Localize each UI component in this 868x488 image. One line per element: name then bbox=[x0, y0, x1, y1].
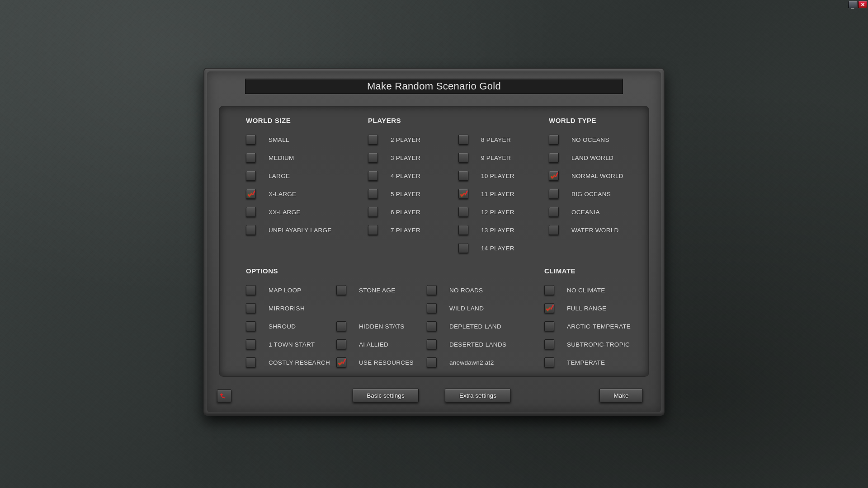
basic-settings-button[interactable]: Basic settings bbox=[353, 389, 419, 402]
checkbox[interactable] bbox=[549, 153, 559, 163]
back-button[interactable] bbox=[217, 389, 231, 402]
players-option[interactable]: 5 PLAYER bbox=[368, 185, 458, 203]
climate-option[interactable]: NO CLIMATE bbox=[544, 281, 644, 299]
players-option[interactable]: 7 PLAYER bbox=[368, 221, 458, 239]
players-option[interactable]: 13 PLAYER bbox=[458, 221, 549, 239]
players-option[interactable]: 10 PLAYER bbox=[458, 167, 549, 185]
options-option[interactable]: SHROUD bbox=[246, 317, 336, 335]
checkbox[interactable] bbox=[368, 225, 378, 235]
checkbox[interactable] bbox=[458, 135, 468, 145]
checkbox[interactable] bbox=[549, 189, 559, 199]
checkbox[interactable] bbox=[427, 285, 437, 295]
checkbox[interactable] bbox=[368, 189, 378, 199]
checkbox[interactable] bbox=[458, 207, 468, 217]
world-type-option[interactable]: OCEANIA bbox=[549, 203, 657, 221]
players-option[interactable]: 14 PLAYER bbox=[458, 239, 549, 257]
checkbox[interactable] bbox=[246, 225, 256, 235]
players-option[interactable]: 3 PLAYER bbox=[368, 149, 458, 167]
checkbox[interactable] bbox=[427, 339, 437, 349]
world-size-option[interactable]: X-LARGE bbox=[246, 185, 368, 203]
checkbox[interactable] bbox=[336, 357, 346, 367]
checkbox[interactable] bbox=[368, 207, 378, 217]
close-button[interactable]: ✕ bbox=[858, 1, 867, 8]
basic-settings-label: Basic settings bbox=[367, 392, 404, 399]
options-option[interactable]: COSTLY RESEARCH bbox=[246, 353, 336, 371]
checkbox[interactable] bbox=[368, 153, 378, 163]
checkbox[interactable] bbox=[427, 357, 437, 367]
checkbox[interactable] bbox=[246, 171, 256, 181]
climate-option[interactable]: ARCTIC-TEMPERATE bbox=[544, 317, 644, 335]
options-option[interactable]: 1 TOWN START bbox=[246, 335, 336, 353]
climate-option[interactable]: SUBTROPIC-TROPIC bbox=[544, 335, 644, 353]
checkbox[interactable] bbox=[458, 171, 468, 181]
checkbox[interactable] bbox=[336, 285, 346, 295]
checkbox[interactable] bbox=[458, 153, 468, 163]
option-label: NO ROADS bbox=[449, 287, 483, 294]
option-label: 6 PLAYER bbox=[391, 209, 420, 216]
players-option[interactable]: 2 PLAYER bbox=[368, 131, 458, 149]
world-size-option[interactable]: XX-LARGE bbox=[246, 203, 368, 221]
world-type-option[interactable]: WATER WORLD bbox=[549, 221, 657, 239]
checkbox[interactable] bbox=[246, 321, 256, 331]
option-label: DEPLETED LAND bbox=[449, 323, 501, 330]
checkbox[interactable] bbox=[544, 339, 554, 349]
checkbox[interactable] bbox=[246, 207, 256, 217]
checkbox[interactable] bbox=[544, 321, 554, 331]
checkbox[interactable] bbox=[246, 303, 256, 313]
world-type-option[interactable]: BIG OCEANS bbox=[549, 185, 657, 203]
checkbox[interactable] bbox=[246, 339, 256, 349]
checkbox[interactable] bbox=[458, 189, 468, 199]
checkbox[interactable] bbox=[246, 285, 256, 295]
climate-option[interactable]: FULL RANGE bbox=[544, 299, 644, 317]
checkbox[interactable] bbox=[544, 285, 554, 295]
checkbox[interactable] bbox=[246, 357, 256, 367]
checkbox[interactable] bbox=[246, 189, 256, 199]
minimize-button[interactable]: _ bbox=[848, 1, 857, 8]
options-option[interactable]: NO ROADS bbox=[427, 281, 544, 299]
players-option[interactable]: 6 PLAYER bbox=[368, 203, 458, 221]
checkbox[interactable] bbox=[458, 225, 468, 235]
options-option[interactable]: AI ALLIED bbox=[336, 335, 427, 353]
world-type-option[interactable]: NORMAL WORLD bbox=[549, 167, 657, 185]
world-type-option[interactable]: NO OCEANS bbox=[549, 131, 657, 149]
players-option[interactable]: 4 PLAYER bbox=[368, 167, 458, 185]
make-button[interactable]: Make bbox=[599, 389, 643, 402]
options-option[interactable]: anewdawn2.at2 bbox=[427, 353, 544, 371]
players-option[interactable]: 12 PLAYER bbox=[458, 203, 549, 221]
players-option[interactable]: 11 PLAYER bbox=[458, 185, 549, 203]
options-option[interactable]: DEPLETED LAND bbox=[427, 317, 544, 335]
checkbox[interactable] bbox=[336, 339, 346, 349]
checkbox[interactable] bbox=[549, 171, 559, 181]
options-option[interactable]: MIRRORISH bbox=[246, 299, 336, 317]
checkbox[interactable] bbox=[549, 225, 559, 235]
checkbox[interactable] bbox=[544, 357, 554, 367]
options-option[interactable]: DESERTED LANDS bbox=[427, 335, 544, 353]
options-option[interactable]: USE RESOURCES bbox=[336, 353, 427, 371]
checkbox[interactable] bbox=[246, 135, 256, 145]
option-label: AI ALLIED bbox=[359, 341, 388, 348]
checkbox[interactable] bbox=[368, 135, 378, 145]
extra-settings-button[interactable]: Extra settings bbox=[445, 389, 511, 402]
checkbox[interactable] bbox=[427, 303, 437, 313]
world-size-option[interactable]: MEDIUM bbox=[246, 149, 368, 167]
world-size-option[interactable]: SMALL bbox=[246, 131, 368, 149]
checkbox[interactable] bbox=[549, 135, 559, 145]
world-size-option[interactable]: UNPLAYABLY LARGE bbox=[246, 221, 368, 239]
checkbox[interactable] bbox=[368, 171, 378, 181]
world-type-option[interactable]: LAND WORLD bbox=[549, 149, 657, 167]
options-option[interactable]: STONE AGE bbox=[336, 281, 427, 299]
players-option[interactable]: 8 PLAYER bbox=[458, 131, 549, 149]
options-option[interactable]: MAP LOOP bbox=[246, 281, 336, 299]
options-option[interactable]: HIDDEN STATS bbox=[336, 317, 427, 335]
world-size-option[interactable]: LARGE bbox=[246, 167, 368, 185]
players-option[interactable]: 9 PLAYER bbox=[458, 149, 549, 167]
checkbox[interactable] bbox=[427, 321, 437, 331]
checkbox[interactable] bbox=[246, 153, 256, 163]
climate-option[interactable]: TEMPERATE bbox=[544, 353, 644, 371]
options-option[interactable]: WILD LAND bbox=[427, 299, 544, 317]
checkbox[interactable] bbox=[336, 321, 346, 331]
checkbox[interactable] bbox=[458, 243, 468, 253]
checkbox[interactable] bbox=[544, 303, 554, 313]
checkbox[interactable] bbox=[549, 207, 559, 217]
option-label: MIRRORISH bbox=[269, 305, 305, 312]
